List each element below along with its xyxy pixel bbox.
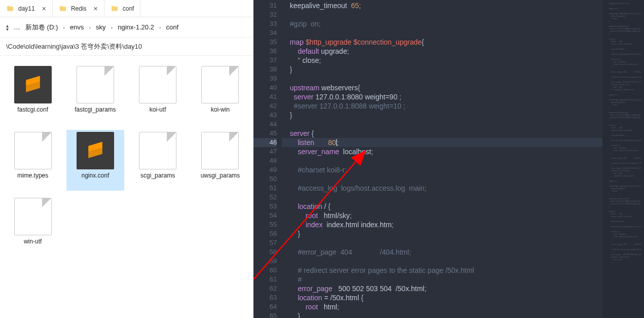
folder-icon [6, 5, 14, 13]
code-editor[interactable]: 3132333435363738394041424344454647484950… [254, 0, 644, 318]
breadcrumb-item[interactable]: envs [70, 23, 84, 31]
file-item[interactable]: uwsgi_params [192, 130, 249, 191]
tab-label: day11 [18, 5, 35, 12]
file-item[interactable]: koi-win [192, 64, 249, 125]
line-number: 35 [254, 38, 277, 47]
line-number: 62 [254, 284, 277, 293]
file-item[interactable]: scgi_params [129, 130, 187, 191]
line-number: 65 [254, 311, 277, 318]
file-item[interactable]: fastcgi.conf [4, 64, 61, 125]
code-line[interactable]: server_name localhost; [282, 147, 602, 156]
code-line[interactable]: } [282, 229, 602, 238]
code-area[interactable]: keepalive_timeout 65; #gzip on; map $htt… [282, 0, 602, 318]
code-line[interactable]: # [282, 275, 602, 284]
breadcrumb-item[interactable]: nginx-1.20.2 [118, 23, 154, 31]
breadcrumb-item[interactable]: conf [166, 23, 179, 31]
chevron-right-icon: › [63, 24, 65, 30]
line-number: 64 [254, 302, 277, 311]
breadcrumb[interactable]: ▴▾ … 新加卷 (D:)›envs›sky›nginx-1.20.2›conf [0, 17, 253, 38]
file-label: win-utf [24, 238, 42, 245]
code-line[interactable]: listen 80; [282, 138, 602, 147]
line-number: 31 [254, 1, 277, 10]
code-line[interactable]: } [282, 111, 602, 120]
code-line[interactable]: #server 127.0.0.1:8088 weight=10 ; [282, 101, 602, 111]
chevron-right-icon: › [159, 24, 161, 30]
code-line[interactable] [282, 238, 602, 248]
code-line[interactable]: '' close; [282, 56, 602, 65]
file-label: mime.types [17, 172, 48, 180]
line-number: 49 [254, 165, 277, 174]
code-line[interactable]: default upgrade; [282, 47, 602, 56]
code-line[interactable]: root html/sky; [282, 211, 602, 220]
code-line[interactable]: } [282, 311, 602, 318]
tab-day11[interactable]: day11× [0, 0, 53, 17]
code-line[interactable] [282, 28, 602, 38]
line-number: 51 [254, 184, 277, 193]
line-number: 37 [254, 56, 277, 65]
line-number: 52 [254, 193, 277, 202]
code-line[interactable] [282, 174, 602, 184]
line-number: 59 [254, 257, 277, 266]
file-item[interactable]: koi-utf [129, 64, 187, 125]
code-line[interactable]: #charset koi8-r; [282, 165, 602, 174]
file-item[interactable]: nginx.conf [66, 130, 124, 191]
file-item[interactable]: fastcgi_params [66, 64, 124, 125]
file-label: nginx.conf [82, 172, 110, 180]
code-line[interactable]: server { [282, 129, 602, 138]
chevron-right-icon: › [89, 24, 91, 30]
file-grid: fastcgi.conffastcgi_paramskoi-utfkoi-win… [0, 56, 253, 318]
tab-redis[interactable]: Redis× [53, 0, 104, 17]
line-number: 36 [254, 47, 277, 56]
code-line[interactable] [282, 74, 602, 83]
code-line[interactable]: upstream webservers{ [282, 83, 602, 92]
code-line[interactable]: server 127.0.0.1:8080 weight=90 ; [282, 92, 602, 101]
breadcrumb-more[interactable]: … [14, 23, 20, 31]
line-number: 33 [254, 19, 277, 28]
code-line[interactable] [282, 193, 602, 202]
generic-file-icon [14, 198, 52, 235]
tab-label: conf [123, 5, 134, 12]
tab-label: Redis [71, 5, 87, 12]
line-number: 54 [254, 211, 277, 220]
line-number: 47 [254, 147, 277, 156]
code-line[interactable]: index index.html index.htm; [282, 220, 602, 229]
code-line[interactable] [282, 257, 602, 266]
generic-file-icon [14, 132, 52, 169]
line-number: 40 [254, 83, 277, 92]
file-label: koi-win [211, 107, 230, 114]
close-icon[interactable]: × [42, 5, 46, 13]
breadcrumb-item[interactable]: sky [96, 23, 106, 31]
tab-conf[interactable]: conf [104, 0, 141, 17]
breadcrumb-item[interactable]: 新加卷 (D:) [25, 23, 58, 32]
code-line[interactable]: location = /50x.html { [282, 293, 602, 302]
code-line[interactable]: keepalive_timeout 65; [282, 1, 602, 10]
file-label: koi-utf [150, 107, 166, 114]
code-line[interactable]: #error_page 404 /404.html; [282, 248, 602, 257]
line-number: 42 [254, 101, 277, 111]
code-line[interactable] [282, 10, 602, 19]
code-line[interactable] [282, 120, 602, 129]
line-number: 32 [254, 10, 277, 19]
line-number: 34 [254, 28, 277, 38]
line-number: 50 [254, 174, 277, 184]
path-bar[interactable]: \Code\old\learning\java\3 苍穹外卖\资料\day10 [0, 38, 253, 56]
file-item[interactable]: win-utf [4, 196, 61, 257]
code-line[interactable]: map $http_upgrade $connection_upgrade{ [282, 38, 602, 47]
close-icon[interactable]: × [94, 5, 98, 13]
code-line[interactable]: #gzip on; [282, 19, 602, 28]
code-line[interactable]: #access_log logs/host.access.log main; [282, 184, 602, 193]
line-gutter: 3132333435363738394041424344454647484950… [254, 0, 282, 318]
minimap[interactable]: keepalive_timeout 65; #gzip on; map $htt… [602, 0, 644, 318]
code-line[interactable]: error_page 500 502 503 504 /50x.html; [282, 284, 602, 293]
file-item[interactable]: mime.types [4, 130, 61, 191]
line-number: 53 [254, 202, 277, 211]
code-line[interactable]: root html; [282, 302, 602, 311]
code-line[interactable]: } [282, 65, 602, 74]
chevron-right-icon: › [111, 24, 113, 30]
code-line[interactable]: # redirect server error pages to the sta… [282, 266, 602, 275]
line-number: 60 [254, 266, 277, 275]
code-line[interactable] [282, 156, 602, 165]
breadcrumb-scroll[interactable]: ▴▾ [6, 24, 9, 31]
sublime-file-icon [14, 66, 52, 103]
code-line[interactable]: location / { [282, 202, 602, 211]
